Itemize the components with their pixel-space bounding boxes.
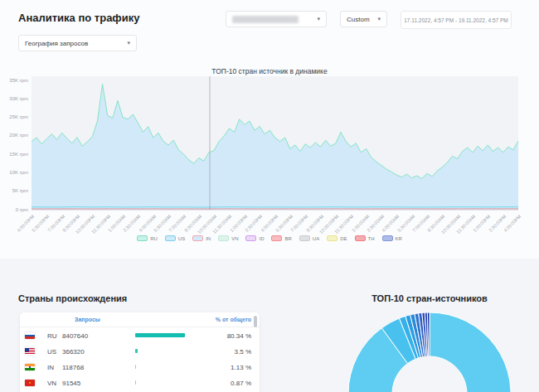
requests-value: 91545 xyxy=(62,380,80,387)
requests-value: 8407640 xyxy=(62,332,88,340)
share-bar xyxy=(135,365,136,369)
table-scrollbar[interactable] xyxy=(254,316,257,327)
table-header: Запросы % от общего xyxy=(20,312,260,326)
origin-countries-table: Запросы % от общего RU 8407640 80.34 % U… xyxy=(20,312,260,392)
legend-swatch-icon xyxy=(299,235,310,241)
area-fill-RU[interactable] xyxy=(32,85,518,211)
legend-label: ID xyxy=(259,236,264,241)
legend-label: US xyxy=(178,236,185,241)
page-title: Аналитика по трафику xyxy=(18,12,139,24)
table-row[interactable]: IN 118768 1.13 % xyxy=(20,360,260,375)
legend-label: BR xyxy=(284,236,291,241)
percent-value: 1.13 % xyxy=(231,364,251,371)
area-chart-svg[interactable] xyxy=(32,73,518,211)
column-header-requests[interactable]: Запросы xyxy=(75,317,100,322)
redacted-domain-value xyxy=(232,16,299,23)
traffic-analytics-page: Аналитика по трафику ▾ Custom ▾ 17.11.20… xyxy=(0,0,539,392)
legend-item-ID[interactable]: ID xyxy=(245,235,264,241)
y-axis-label: 5K rpm xyxy=(0,188,28,193)
column-header-percent[interactable]: % от общего xyxy=(216,317,251,322)
y-axis-label: 35K rpm xyxy=(0,78,28,83)
geo-report-select[interactable]: География запросов ▾ xyxy=(18,35,137,51)
donut-title: ТОП-10 стран-источников xyxy=(332,293,527,303)
y-axis-label: 20K rpm xyxy=(0,133,28,138)
requests-value: 118768 xyxy=(62,364,84,371)
legend-label: KR xyxy=(396,236,402,241)
share-bar xyxy=(135,333,185,337)
country-code: VN xyxy=(47,380,56,387)
legend-item-KR[interactable]: KR xyxy=(382,235,402,241)
country-code: RU xyxy=(47,332,57,340)
share-bar-track xyxy=(135,365,195,369)
country-code: US xyxy=(47,348,56,356)
table-row[interactable]: RU 8407640 80.34 % xyxy=(20,328,260,343)
percent-value: 3.5 % xyxy=(235,348,251,356)
y-axis-label: 15K rpm xyxy=(0,152,28,157)
donut-chart-svg xyxy=(338,308,521,392)
vn-flag-icon xyxy=(25,380,35,386)
legend-swatch-icon xyxy=(382,235,393,241)
legend-item-RU[interactable]: RU xyxy=(137,235,158,241)
header-divider xyxy=(20,327,260,327)
legend-swatch-icon xyxy=(327,235,337,241)
y-axis-label: 10K rpm xyxy=(0,170,28,175)
geo-report-value: География запросов xyxy=(25,40,88,47)
y-axis-label: 30K rpm xyxy=(0,96,28,101)
legend-swatch-icon xyxy=(218,235,229,241)
legend-swatch-icon xyxy=(137,235,148,241)
range-preset-select[interactable]: Custom ▾ xyxy=(340,11,387,27)
legend-swatch-icon xyxy=(192,235,203,241)
y-axis-label: 25K rpm xyxy=(0,114,28,119)
share-bar-track xyxy=(135,333,195,337)
legend-swatch-icon xyxy=(271,235,282,241)
date-range-input[interactable]: 17.11.2022, 4:57 PM - 19.11.2022, 4:57 P… xyxy=(401,11,512,29)
requests-value: 366320 xyxy=(62,348,85,356)
share-bar-track xyxy=(135,349,195,353)
legend-item-DE[interactable]: DE xyxy=(327,235,347,241)
legend-swatch-icon xyxy=(355,235,366,241)
share-bar xyxy=(135,380,136,385)
legend-item-VN[interactable]: VN xyxy=(218,235,238,241)
domain-select[interactable]: ▾ xyxy=(226,11,327,27)
table-row[interactable]: US 366320 3.5 % xyxy=(20,344,260,359)
legend-label: TH xyxy=(368,236,375,241)
ru-flag-icon xyxy=(25,332,35,339)
chart-legend: RUUSINVNIDBRUADETHKR xyxy=(0,235,539,241)
chevron-down-icon: ▾ xyxy=(377,16,381,22)
country-code: IN xyxy=(47,364,54,371)
share-bar-track xyxy=(135,380,195,385)
date-range-value: 17.11.2022, 4:57 PM - 19.11.2022, 4:57 P… xyxy=(404,17,508,23)
percent-value: 80.34 % xyxy=(227,332,251,340)
legend-item-IN[interactable]: IN xyxy=(192,235,211,241)
legend-item-TH[interactable]: TH xyxy=(355,235,375,241)
range-preset-value: Custom xyxy=(347,16,370,23)
legend-swatch-icon xyxy=(165,235,176,241)
y-axis-label: 0 rpm xyxy=(0,207,28,212)
legend-label: IN xyxy=(206,236,211,241)
us-flag-icon xyxy=(25,348,35,355)
legend-item-US[interactable]: US xyxy=(165,235,185,241)
chevron-down-icon: ▾ xyxy=(127,40,130,46)
share-bar xyxy=(135,349,138,353)
legend-label: DE xyxy=(340,236,347,241)
origin-table-title: Страны происхождения xyxy=(18,293,127,303)
legend-label: VN xyxy=(231,236,238,241)
percent-value: 0.87 % xyxy=(231,380,251,387)
legend-swatch-icon xyxy=(245,235,256,241)
legend-label: UA xyxy=(313,236,319,241)
legend-item-BR[interactable]: BR xyxy=(271,235,291,241)
in-flag-icon xyxy=(25,364,35,370)
chevron-down-icon: ▾ xyxy=(317,16,320,22)
legend-item-UA[interactable]: UA xyxy=(299,235,319,241)
legend-label: RU xyxy=(150,236,158,241)
table-row[interactable]: VN 91545 0.87 % xyxy=(20,375,260,390)
